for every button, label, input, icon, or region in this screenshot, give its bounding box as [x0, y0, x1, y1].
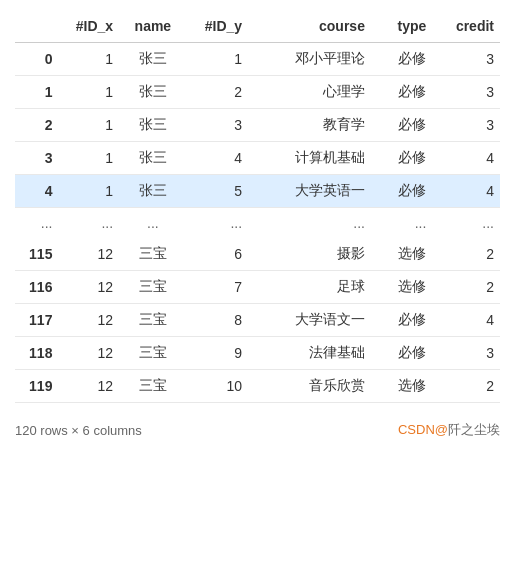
table-cell: 必修 [371, 109, 432, 142]
table-cell: ... [371, 208, 432, 239]
table-row: 41张三5大学英语一必修4 [15, 175, 500, 208]
table-cell: 5 [187, 175, 248, 208]
table-cell: ... [432, 208, 500, 239]
table-cell: 12 [58, 238, 119, 271]
table-row: 01张三1邓小平理论必修3 [15, 43, 500, 76]
table-cell: 三宝 [119, 304, 187, 337]
table-cell: 12 [58, 271, 119, 304]
table-cell: 大学英语一 [248, 175, 371, 208]
table-cell: 必修 [371, 337, 432, 370]
brand-username: 阡之尘埃 [448, 422, 500, 437]
table-cell: 4 [187, 142, 248, 175]
table-footer: 120 rows × 6 columns CSDN@阡之尘埃 [15, 413, 500, 439]
table-cell: 摄影 [248, 238, 371, 271]
table-cell: 3 [432, 337, 500, 370]
table-cell: 张三 [119, 43, 187, 76]
table-cell: 1 [58, 109, 119, 142]
brand-name: CSDN [398, 422, 435, 437]
table-cell: 张三 [119, 175, 187, 208]
table-cell: 选修 [371, 370, 432, 403]
col-header-credit: credit [432, 10, 500, 43]
table-row: 11712三宝8大学语文一必修4 [15, 304, 500, 337]
table-cell: 3 [432, 43, 500, 76]
table-cell: 心理学 [248, 76, 371, 109]
table-cell: 1 [58, 142, 119, 175]
table-cell: 119 [15, 370, 58, 403]
table-cell: 1 [15, 76, 58, 109]
table-cell: 计算机基础 [248, 142, 371, 175]
table-cell: 必修 [371, 76, 432, 109]
table-row: 11912三宝10音乐欣赏选修2 [15, 370, 500, 403]
table-row: 11张三2心理学必修3 [15, 76, 500, 109]
brand-label: CSDN@阡之尘埃 [398, 421, 500, 439]
table-cell: 三宝 [119, 238, 187, 271]
table-cell: 12 [58, 337, 119, 370]
col-header-course: course [248, 10, 371, 43]
table-cell: 1 [58, 175, 119, 208]
table-cell: 1 [58, 43, 119, 76]
table-cell: 9 [187, 337, 248, 370]
table-cell: 4 [432, 142, 500, 175]
table-cell: 张三 [119, 109, 187, 142]
table-cell: 10 [187, 370, 248, 403]
table-cell: 2 [187, 76, 248, 109]
table-cell: 1 [187, 43, 248, 76]
table-cell: 3 [432, 109, 500, 142]
table-cell: 三宝 [119, 370, 187, 403]
table-cell: 必修 [371, 175, 432, 208]
table-cell: 0 [15, 43, 58, 76]
col-header-name: name [119, 10, 187, 43]
col-header-type: type [371, 10, 432, 43]
table-cell: ... [248, 208, 371, 239]
table-cell: 2 [15, 109, 58, 142]
table-cell: 12 [58, 304, 119, 337]
table-cell: 117 [15, 304, 58, 337]
table-cell: 3 [187, 109, 248, 142]
table-cell: 音乐欣赏 [248, 370, 371, 403]
table-cell: 118 [15, 337, 58, 370]
table-row: 31张三4计算机基础必修4 [15, 142, 500, 175]
table-cell: 三宝 [119, 337, 187, 370]
table-row: 21张三3教育学必修3 [15, 109, 500, 142]
table-cell: 8 [187, 304, 248, 337]
table-cell: 邓小平理论 [248, 43, 371, 76]
table-cell: 张三 [119, 142, 187, 175]
table-row: 11612三宝7足球选修2 [15, 271, 500, 304]
data-table: #ID_x name #ID_y course type credit 01张三… [15, 10, 500, 403]
table-cell: 足球 [248, 271, 371, 304]
table-cell: 教育学 [248, 109, 371, 142]
table-cell: 法律基础 [248, 337, 371, 370]
table-cell: 2 [432, 238, 500, 271]
table-cell: 7 [187, 271, 248, 304]
row-count-label: 120 rows × 6 columns [15, 423, 142, 438]
table-cell: 三宝 [119, 271, 187, 304]
table-cell: 必修 [371, 43, 432, 76]
table-cell: 4 [432, 175, 500, 208]
table-cell: 6 [187, 238, 248, 271]
table-cell: 选修 [371, 238, 432, 271]
table-cell: 3 [432, 76, 500, 109]
table-cell: ... [58, 208, 119, 239]
table-cell: 4 [15, 175, 58, 208]
table-header-row: #ID_x name #ID_y course type credit [15, 10, 500, 43]
table-cell: 115 [15, 238, 58, 271]
table-cell: 选修 [371, 271, 432, 304]
table-cell: 2 [432, 271, 500, 304]
table-cell: 张三 [119, 76, 187, 109]
table-cell: 1 [58, 76, 119, 109]
table-cell: 大学语文一 [248, 304, 371, 337]
table-cell: 2 [432, 370, 500, 403]
table-cell: 必修 [371, 142, 432, 175]
col-header-idx: #ID_x [58, 10, 119, 43]
table-cell: ... [119, 208, 187, 239]
table-cell: 4 [432, 304, 500, 337]
table-cell: 3 [15, 142, 58, 175]
table-cell: ... [15, 208, 58, 239]
brand-separator: @ [435, 422, 448, 437]
table-row: 11812三宝9法律基础必修3 [15, 337, 500, 370]
table-row: 11512三宝6摄影选修2 [15, 238, 500, 271]
col-header-idy: #ID_y [187, 10, 248, 43]
table-cell: 116 [15, 271, 58, 304]
table-row: ..................... [15, 208, 500, 239]
table-cell: ... [187, 208, 248, 239]
